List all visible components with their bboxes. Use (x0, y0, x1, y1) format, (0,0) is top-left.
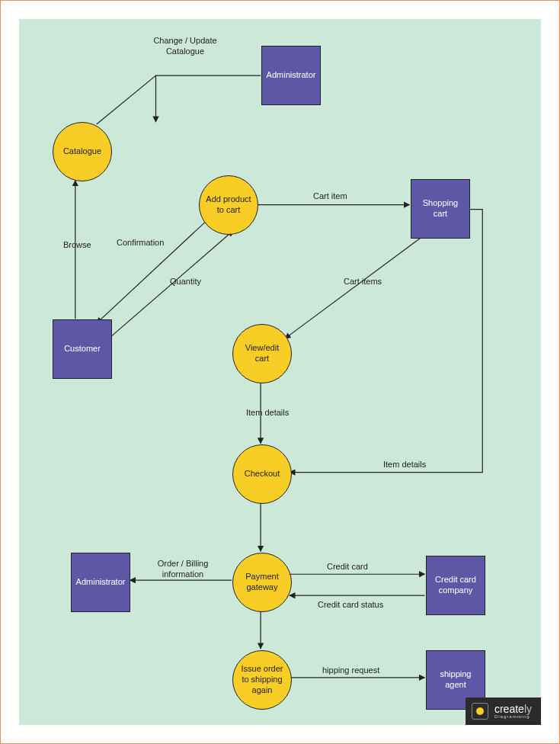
lightbulb-icon (472, 703, 488, 720)
node-administrator-top[interactable]: Administrator (261, 46, 321, 105)
edge-label-confirmation: Confirmation (117, 238, 164, 249)
node-payment-gateway[interactable]: Payment gateway (232, 553, 292, 612)
node-checkout[interactable]: Checkout (232, 444, 292, 504)
node-catalogue[interactable]: Catalogue (53, 122, 112, 181)
node-issue-order-to-shipping[interactable]: Issue order to shipping again (232, 650, 292, 710)
edge-label-quantity: Quantity (170, 277, 201, 287)
edge-label-credit-card-status: Credit card status (318, 600, 383, 611)
logo-title: creately (494, 704, 532, 714)
diagram-canvas: Administrator Catalogue Add product to c… (19, 19, 541, 725)
node-view-edit-cart[interactable]: View/edit cart (232, 324, 292, 383)
node-administrator-bottom[interactable]: Administrator (71, 553, 130, 612)
edge-label-order-billing: Order / Billing information (141, 559, 225, 580)
diagram-page: Administrator Catalogue Add product to c… (0, 0, 560, 744)
edge-label-cart-item: Cart item (313, 191, 347, 202)
svg-line-2 (97, 219, 210, 324)
node-shopping-cart[interactable]: Shopping cart (411, 179, 470, 239)
node-add-product-to-cart[interactable]: Add product to cart (199, 175, 258, 235)
edge-label-item-details-2: Item details (383, 460, 426, 470)
edge-label-credit-card: Credit card (327, 562, 368, 572)
creately-logo: creately Diagramming (466, 698, 541, 725)
logo-tagline: Diagramming (494, 714, 532, 719)
node-customer[interactable]: Customer (53, 319, 112, 379)
node-credit-card-company[interactable]: Credit card company (426, 556, 485, 615)
svg-line-5 (285, 239, 420, 339)
edge-label-shipping-request: hipping request (322, 665, 379, 676)
edge-label-item-details-1: Item details (246, 408, 289, 418)
edge-label-cart-items: Cart items (344, 277, 382, 287)
edge-label-browse: Browse (63, 240, 91, 251)
edge-label-change-update: Change / Update Catalogue (139, 36, 231, 57)
svg-line-0 (97, 75, 156, 124)
